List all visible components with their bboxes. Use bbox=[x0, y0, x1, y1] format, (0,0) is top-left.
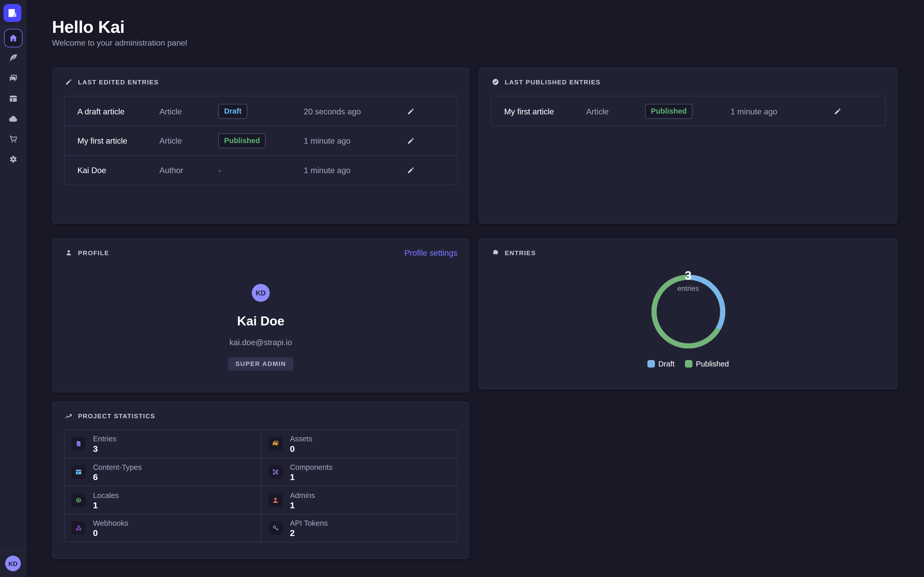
stat-label: Locales bbox=[93, 491, 119, 500]
sidebar-item-content-type-builder[interactable] bbox=[4, 90, 22, 108]
stat-value: 0 bbox=[290, 444, 295, 454]
entry-name: Kai Doe bbox=[78, 166, 106, 175]
legend-label: Published bbox=[696, 359, 729, 368]
status-empty: - bbox=[218, 166, 221, 175]
stat-api-tokens: API Tokens2 bbox=[261, 514, 457, 542]
webhook-icon bbox=[72, 521, 86, 535]
stat-value: 2 bbox=[290, 528, 295, 538]
main-sidebar: KD bbox=[0, 0, 26, 577]
card-title: ENTRIES bbox=[505, 249, 536, 256]
trend-up-icon bbox=[65, 412, 73, 420]
user-avatar[interactable]: KD bbox=[5, 556, 21, 571]
entry-name: My first article bbox=[78, 136, 127, 145]
entry-type: Article bbox=[586, 106, 609, 116]
page-subtitle: Welcome to your administration panel bbox=[52, 38, 187, 47]
status-badge: Published bbox=[645, 103, 693, 119]
stat-label: Components bbox=[290, 463, 333, 472]
entry-time: 20 seconds ago bbox=[304, 106, 361, 116]
profile-role-badge: SUPER ADMIN bbox=[228, 357, 294, 371]
cloud-icon bbox=[8, 114, 18, 124]
entry-time: 1 minute ago bbox=[304, 136, 351, 145]
page-title: Hello Kai bbox=[52, 18, 125, 37]
profile-settings-link[interactable]: Profile settings bbox=[404, 248, 457, 258]
status-badge: Published bbox=[218, 133, 266, 148]
donut-center-label: 3 entries bbox=[480, 269, 897, 293]
stat-value: 1 bbox=[290, 500, 295, 510]
status-badge: Draft bbox=[218, 103, 247, 119]
entry-type: Article bbox=[159, 136, 182, 145]
stat-label: Webhooks bbox=[93, 519, 128, 527]
sidebar-nav bbox=[0, 29, 26, 169]
sidebar-item-content-manager[interactable] bbox=[4, 49, 22, 68]
pencil-icon bbox=[65, 78, 73, 86]
entry-name: My first article bbox=[504, 106, 554, 116]
pencil-icon bbox=[407, 107, 415, 115]
entry-time: 1 minute ago bbox=[730, 106, 777, 116]
project-statistics-card: PROJECT STATISTICS Entries3 Assets0 Cont… bbox=[52, 401, 470, 559]
layout-icon bbox=[72, 465, 86, 479]
profile-avatar: KD bbox=[252, 284, 270, 302]
last-edited-table: A draft article Article Draft 20 seconds… bbox=[64, 96, 458, 185]
stat-value: 0 bbox=[93, 528, 98, 538]
stat-admins: Admins1 bbox=[261, 486, 457, 514]
feather-icon bbox=[8, 53, 18, 64]
stat-label: Assets bbox=[290, 435, 313, 443]
file-icon bbox=[72, 437, 86, 451]
images-icon bbox=[268, 437, 282, 451]
sidebar-item-settings[interactable] bbox=[4, 150, 22, 169]
last-published-entries-card: LAST PUBLISHED ENTRIES My first article … bbox=[479, 68, 897, 224]
edit-entry-button[interactable] bbox=[404, 164, 418, 177]
card-title: LAST EDITED ENTRIES bbox=[78, 79, 159, 85]
puzzle-icon bbox=[491, 249, 500, 257]
stat-label: Entries bbox=[93, 435, 116, 443]
pencil-icon bbox=[834, 107, 842, 115]
edit-entry-button[interactable] bbox=[404, 134, 418, 147]
stat-value: 3 bbox=[93, 444, 98, 454]
stat-components: Components1 bbox=[261, 458, 457, 486]
chart-legend: Draft Published bbox=[480, 359, 897, 368]
edit-entry-button[interactable] bbox=[831, 105, 845, 118]
layout-icon bbox=[8, 93, 18, 104]
sidebar-item-deploy[interactable] bbox=[4, 110, 22, 128]
stat-content-types: Content-Types6 bbox=[65, 458, 261, 486]
person-icon bbox=[268, 493, 282, 507]
entry-name: A draft article bbox=[78, 106, 125, 116]
sidebar-item-marketplace[interactable] bbox=[4, 130, 22, 148]
legend-item-published: Published bbox=[685, 359, 729, 368]
entry-type: Article bbox=[159, 106, 182, 116]
strapi-logo-icon bbox=[3, 4, 21, 22]
entries-unit: entries bbox=[480, 284, 897, 293]
entry-row: A draft article Article Draft 20 seconds… bbox=[65, 97, 457, 126]
profile-email: kai.doe@strapi.io bbox=[229, 337, 292, 347]
stat-label: Admins bbox=[290, 491, 315, 500]
strapi-dashboard: KD Hello Kai Welcome to your administrat… bbox=[0, 0, 924, 577]
card-title: LAST PUBLISHED ENTRIES bbox=[505, 79, 601, 85]
sidebar-divider bbox=[0, 26, 26, 26]
entry-row: My first article Article Published 1 min… bbox=[491, 97, 885, 126]
check-circle-icon bbox=[491, 78, 500, 86]
entries-count: 3 bbox=[480, 269, 897, 283]
stat-entries: Entries3 bbox=[65, 430, 261, 458]
stat-label: API Tokens bbox=[290, 519, 328, 527]
pencil-icon bbox=[407, 166, 415, 175]
last-published-table: My first article Article Published 1 min… bbox=[491, 96, 886, 126]
stat-label: Content-Types bbox=[93, 463, 142, 472]
entry-type: Author bbox=[159, 166, 183, 175]
images-icon bbox=[8, 73, 18, 84]
sidebar-item-home[interactable] bbox=[4, 29, 22, 47]
legend-label: Draft bbox=[658, 359, 675, 368]
sidebar-item-media-library[interactable] bbox=[4, 69, 22, 88]
entry-row: Kai Doe Author - 1 minute ago bbox=[65, 155, 457, 185]
entry-row: My first article Article Published 1 min… bbox=[65, 126, 457, 155]
stat-webhooks: Webhooks0 bbox=[65, 514, 261, 542]
stat-value: 6 bbox=[93, 472, 98, 482]
home-icon bbox=[8, 33, 18, 44]
globe-icon bbox=[72, 493, 86, 507]
card-title: PROFILE bbox=[78, 249, 109, 256]
strapi-logo[interactable] bbox=[3, 4, 21, 22]
stat-assets: Assets0 bbox=[261, 430, 457, 458]
edit-entry-button[interactable] bbox=[404, 105, 418, 118]
profile-name: Kai Doe bbox=[237, 314, 284, 329]
profile-card: PROFILE Profile settings KD Kai Doe kai.… bbox=[52, 238, 470, 392]
user-icon bbox=[65, 249, 73, 257]
